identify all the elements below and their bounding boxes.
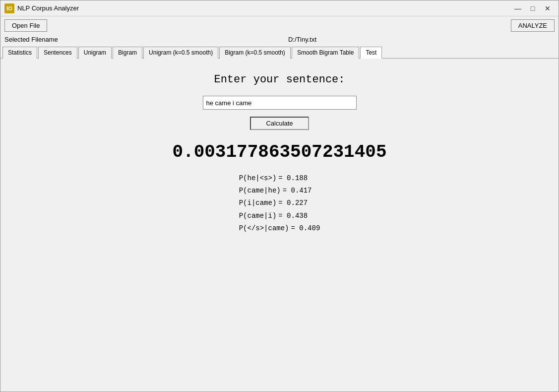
probability-row: P(i|came) = 0.227 — [239, 197, 320, 209]
content-area: Enter your sentence: Calculate 0.0031778… — [0, 59, 559, 392]
open-file-button[interactable]: Open File — [4, 19, 47, 32]
prob-expression: P(</s>|came) — [239, 222, 289, 235]
prob-expression: P(came|he) — [239, 185, 281, 197]
sentence-input[interactable] — [203, 96, 357, 110]
tab-smooth-bigram-table[interactable]: Smooth Bigram Table — [292, 47, 360, 59]
tab-sentences[interactable]: Sentences — [38, 47, 77, 59]
probabilities-list: P(he|<s>) = 0.188P(came|he) = 0.417P(i|c… — [239, 172, 320, 235]
main-window: IO NLP Corpus Analyzer — □ ✕ Open File A… — [0, 0, 559, 392]
probability-row: P(he|<s>) = 0.188 — [239, 172, 320, 185]
prob-value: = 0.417 — [283, 185, 312, 197]
app-icon: IO — [4, 3, 14, 13]
minimize-button[interactable]: — — [511, 3, 525, 14]
window-controls: — □ ✕ — [511, 3, 555, 14]
tab-bar: Statistics Sentences Unigram Bigram Unig… — [0, 46, 559, 59]
prob-expression: P(i|came) — [239, 197, 277, 209]
result-value: 0.003177863507231405 — [172, 142, 386, 162]
tab-bigram-smooth[interactable]: Bigram (k=0.5 smooth) — [219, 47, 291, 59]
prob-expression: P(came|i) — [239, 210, 277, 222]
tab-unigram[interactable]: Unigram — [78, 47, 112, 59]
filename-value: D:/Tiny.txt — [288, 36, 316, 43]
tab-bigram[interactable]: Bigram — [113, 47, 142, 59]
prob-expression: P(he|<s>) — [239, 172, 277, 185]
tab-test[interactable]: Test — [360, 47, 382, 59]
toolbar: Open File ANALYZE — [0, 16, 559, 35]
analyze-button[interactable]: ANALYZE — [511, 19, 555, 32]
probability-row: P(came|i) = 0.438 — [239, 210, 320, 222]
close-button[interactable]: ✕ — [541, 3, 555, 14]
analyze-btn-container: ANALYZE — [511, 19, 555, 32]
prob-value: = 0.188 — [278, 172, 308, 185]
probability-row: P(came|he) = 0.417 — [239, 185, 320, 197]
calculate-button[interactable]: Calculate — [250, 117, 309, 130]
window-title: NLP Corpus Analyzer — [17, 4, 511, 12]
prob-value: = 0.438 — [278, 210, 308, 222]
selected-filename-label: Selected Filename — [4, 36, 288, 43]
probability-row: P(</s>|came) = 0.409 — [239, 222, 320, 235]
prob-value: = 0.409 — [291, 222, 320, 235]
section-prompt: Enter your sentence: — [214, 73, 345, 86]
prob-value: = 0.227 — [278, 197, 308, 209]
title-bar: IO NLP Corpus Analyzer — □ ✕ — [0, 0, 559, 16]
maximize-button[interactable]: □ — [526, 3, 540, 14]
tab-statistics[interactable]: Statistics — [2, 47, 37, 59]
tab-unigram-smooth[interactable]: Unigram (k=0.5 smooth) — [143, 47, 218, 59]
filename-section: Selected Filename D:/Tiny.txt — [0, 35, 559, 46]
